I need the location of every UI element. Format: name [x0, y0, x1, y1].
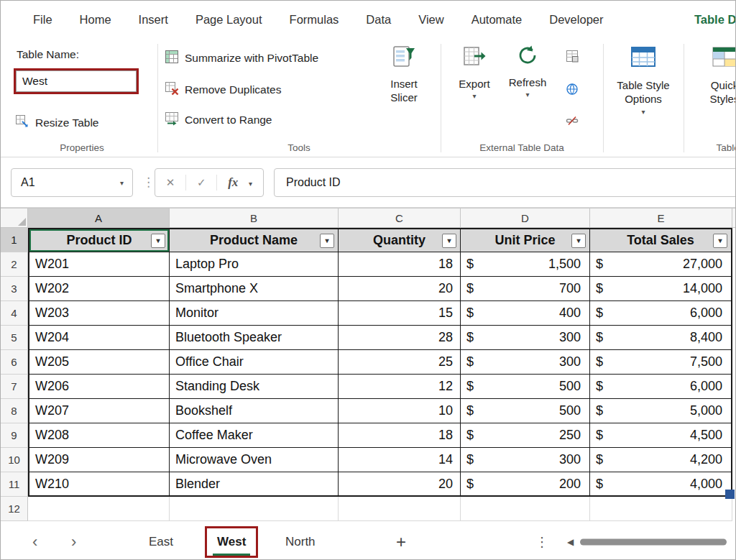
- row-header[interactable]: 7: [1, 375, 28, 399]
- row-header[interactable]: 9: [1, 423, 28, 448]
- filter-button[interactable]: ▾: [713, 234, 727, 248]
- cell-product-id[interactable]: W208: [28, 423, 170, 448]
- scrollbar-left-arrow-icon[interactable]: ◀: [567, 537, 574, 547]
- row-header[interactable]: 3: [1, 277, 28, 301]
- empty-cell[interactable]: [170, 497, 339, 521]
- tab-data[interactable]: Data: [352, 13, 405, 27]
- filter-button[interactable]: ▾: [571, 234, 586, 248]
- cell-unit-price[interactable]: $ 200: [461, 472, 590, 497]
- sheet-tab-east[interactable]: East: [144, 528, 178, 556]
- cell-quantity[interactable]: 20: [339, 277, 461, 301]
- cell-total-sales[interactable]: $ 4,000: [590, 472, 732, 497]
- tab-home[interactable]: Home: [66, 13, 125, 27]
- sheet-tab-west[interactable]: West: [213, 528, 250, 556]
- cell-product-name[interactable]: Monitor: [170, 301, 339, 326]
- cell-total-sales[interactable]: $ 6,000: [590, 301, 732, 326]
- cell-product-name[interactable]: Standing Desk: [170, 375, 339, 399]
- horizontal-scrollbar-thumb[interactable]: [580, 539, 727, 546]
- insert-function-icon[interactable]: fx: [228, 175, 238, 190]
- cell-unit-price[interactable]: $ 400: [461, 301, 590, 326]
- add-sheet-button[interactable]: +: [396, 532, 406, 552]
- cell-product-id[interactable]: W205: [28, 350, 170, 375]
- cell-product-name[interactable]: Laptop Pro: [170, 252, 339, 277]
- table-properties-button[interactable]: [563, 48, 581, 67]
- cell-quantity[interactable]: 14: [339, 448, 461, 472]
- cell-d1[interactable]: Unit Price ▾: [461, 228, 590, 252]
- unlink-button[interactable]: [563, 113, 581, 132]
- formula-bar-handle[interactable]: ⋮: [142, 175, 155, 190]
- cell-unit-price[interactable]: $ 500: [461, 399, 590, 423]
- row-header[interactable]: 11: [1, 472, 28, 497]
- cell-product-name[interactable]: Office Chair: [170, 350, 339, 375]
- cell-unit-price[interactable]: $ 300: [461, 448, 590, 472]
- cell-unit-price[interactable]: $ 300: [461, 350, 590, 375]
- cell-quantity[interactable]: 18: [339, 252, 461, 277]
- cell-total-sales[interactable]: $ 8,400: [590, 326, 732, 350]
- filter-button[interactable]: ▾: [442, 234, 456, 248]
- cell-unit-price[interactable]: $ 1,500: [461, 252, 590, 277]
- tab-view[interactable]: View: [405, 13, 457, 27]
- tab-insert[interactable]: Insert: [125, 13, 182, 27]
- name-box[interactable]: A1 ▾: [11, 168, 133, 197]
- sheet-tab-north[interactable]: North: [281, 528, 320, 556]
- row-header[interactable]: 4: [1, 301, 28, 326]
- empty-cell[interactable]: [339, 497, 461, 521]
- tab-formulas[interactable]: Formulas: [276, 13, 353, 27]
- cell-quantity[interactable]: 15: [339, 301, 461, 326]
- row-header[interactable]: 10: [1, 448, 28, 472]
- tab-file[interactable]: File: [19, 13, 66, 27]
- cell-quantity[interactable]: 12: [339, 375, 461, 399]
- cell-quantity[interactable]: 20: [339, 472, 461, 497]
- cell-product-id[interactable]: W203: [28, 301, 170, 326]
- cell-product-id[interactable]: W201: [28, 252, 170, 277]
- cancel-icon[interactable]: ✕: [166, 176, 175, 189]
- cell-quantity[interactable]: 18: [339, 423, 461, 448]
- empty-cell[interactable]: [590, 497, 732, 521]
- quick-styles-button[interactable]: Quick Styles: [692, 44, 736, 106]
- table-resize-handle[interactable]: [725, 490, 735, 499]
- cell-b1[interactable]: Product Name ▾: [170, 228, 339, 252]
- cell-product-id[interactable]: W209: [28, 448, 170, 472]
- cell-product-name[interactable]: Bluetooth Speaker: [170, 326, 339, 350]
- tab-page-layout[interactable]: Page Layout: [182, 13, 276, 27]
- enter-icon[interactable]: ✓: [197, 176, 206, 189]
- open-in-browser-button[interactable]: [563, 81, 581, 100]
- empty-cell[interactable]: [461, 497, 590, 521]
- cell-unit-price[interactable]: $ 500: [461, 375, 590, 399]
- refresh-button[interactable]: Refresh ▾: [504, 44, 551, 98]
- cell-quantity[interactable]: 10: [339, 399, 461, 423]
- cell-product-name[interactable]: Bookshelf: [170, 399, 339, 423]
- table-style-options-button[interactable]: Table Style Options ▾: [610, 44, 676, 116]
- cell-e1[interactable]: Total Sales ▾: [590, 228, 732, 252]
- cell-total-sales[interactable]: $ 4,200: [590, 448, 732, 472]
- cell-total-sales[interactable]: $ 4,500: [590, 423, 732, 448]
- cell-product-name[interactable]: Microwave Oven: [170, 448, 339, 472]
- cell-unit-price[interactable]: $ 250: [461, 423, 590, 448]
- formula-input[interactable]: Product ID: [274, 168, 736, 197]
- column-header-c[interactable]: C: [339, 208, 461, 228]
- row-header[interactable]: 5: [1, 326, 28, 350]
- cell-product-id[interactable]: W202: [28, 277, 170, 301]
- row-header[interactable]: 8: [1, 399, 28, 423]
- cell-a1-selected[interactable]: Product ID ▾: [28, 228, 170, 252]
- table-name-input[interactable]: West: [16, 70, 137, 92]
- all-sheets-button[interactable]: ⋮: [535, 534, 548, 550]
- cell-product-id[interactable]: W206: [28, 375, 170, 399]
- empty-cell[interactable]: [28, 497, 170, 521]
- cell-product-name[interactable]: Coffee Maker: [170, 423, 339, 448]
- tab-automate[interactable]: Automate: [458, 13, 536, 27]
- cell-product-name[interactable]: Blender: [170, 472, 339, 497]
- export-button[interactable]: Export ▾: [452, 44, 497, 100]
- row-header-12[interactable]: 12: [1, 497, 28, 521]
- chevron-down-icon[interactable]: ▾: [249, 180, 252, 188]
- filter-button[interactable]: ▾: [320, 234, 334, 248]
- column-header-e[interactable]: E: [590, 208, 732, 228]
- select-all-corner[interactable]: [1, 208, 28, 228]
- cell-total-sales[interactable]: $ 14,000: [590, 277, 732, 301]
- cell-unit-price[interactable]: $ 300: [461, 326, 590, 350]
- next-sheet-icon[interactable]: ›: [71, 533, 76, 551]
- cell-total-sales[interactable]: $ 7,500: [590, 350, 732, 375]
- cell-product-id[interactable]: W207: [28, 399, 170, 423]
- insert-slicer-button[interactable]: Insert Slicer: [377, 44, 431, 105]
- cell-total-sales[interactable]: $ 5,000: [590, 399, 732, 423]
